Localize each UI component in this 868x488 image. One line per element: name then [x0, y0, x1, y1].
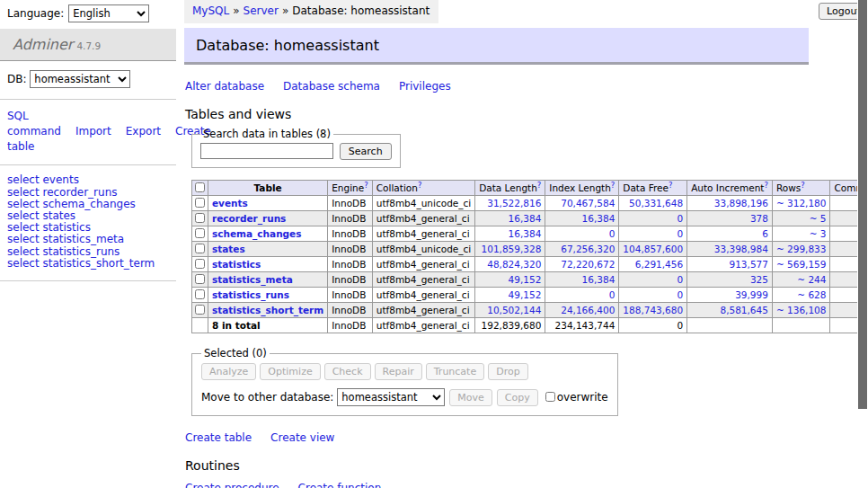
- select-all-checkbox[interactable]: [195, 182, 205, 192]
- analyze-button[interactable]: Analyze: [201, 363, 256, 380]
- data-length-value[interactable]: 31,522,816: [487, 198, 541, 209]
- data-length-value[interactable]: 48,824,320: [487, 259, 541, 270]
- help-icon[interactable]: ?: [418, 181, 422, 190]
- move-row: Move to other database:homeassistantMove…: [201, 388, 608, 406]
- table-link-statistics[interactable]: statistics: [212, 259, 261, 270]
- help-icon[interactable]: ?: [364, 181, 368, 190]
- data-free-value[interactable]: 0: [677, 213, 683, 224]
- db-select[interactable]: homeassistant: [30, 70, 130, 88]
- table-link-states[interactable]: states: [212, 244, 245, 254]
- auto-increment-value[interactable]: 33,398,984: [714, 244, 768, 254]
- auto-increment-value[interactable]: 378: [750, 213, 768, 224]
- auto-increment-value[interactable]: 8,581,645: [720, 305, 767, 315]
- data-length-value[interactable]: 49,152: [509, 289, 542, 300]
- index-length-value[interactable]: 0: [609, 228, 616, 239]
- auto-increment-value[interactable]: 6: [762, 228, 768, 239]
- data-free-value[interactable]: 50,331,648: [629, 198, 683, 209]
- rows-value[interactable]: ~ 136,108: [776, 305, 827, 315]
- rows-value[interactable]: ~ 628: [797, 289, 826, 300]
- auto-increment-value[interactable]: 39,999: [735, 289, 768, 300]
- overwrite-checkbox[interactable]: [545, 392, 555, 402]
- breadcrumb-link-server[interactable]: Server: [244, 4, 279, 17]
- index-length-value[interactable]: 67,256,320: [561, 244, 615, 254]
- help-icon[interactable]: ?: [611, 181, 616, 190]
- help-icon[interactable]: ?: [669, 181, 673, 190]
- rows-value[interactable]: ~ 299,833: [776, 244, 827, 254]
- index-length-value[interactable]: 16,384: [582, 274, 616, 285]
- index-length-value[interactable]: 24,166,400: [561, 305, 615, 315]
- sidebar-action-sql-command[interactable]: SQL command: [7, 110, 61, 138]
- breadcrumb-link-mysql[interactable]: MySQL: [192, 4, 229, 17]
- rows-value[interactable]: ~ 569,159: [776, 259, 827, 270]
- create-table-link[interactable]: Create table: [185, 431, 252, 444]
- drop-button[interactable]: Drop: [488, 363, 527, 380]
- table-link-statistics-meta[interactable]: statistics_meta: [212, 274, 293, 285]
- help-icon[interactable]: ?: [764, 181, 768, 190]
- row-checkbox[interactable]: [195, 259, 205, 269]
- check-button[interactable]: Check: [324, 363, 371, 380]
- sidebar-item-select-statistics-runs[interactable]: select statistics_runs: [7, 246, 169, 258]
- data-free-value[interactable]: 188,743,680: [623, 305, 683, 315]
- scrollbar-track[interactable]: [857, 0, 868, 488]
- database-schema-link[interactable]: Database schema: [283, 80, 380, 93]
- table-link-statistics-short-term[interactable]: statistics_short_term: [212, 305, 323, 315]
- tables-table: TableEngine?Collation?Data Length?Index …: [191, 180, 868, 333]
- data-length-value[interactable]: 101,859,328: [482, 244, 542, 254]
- table-link-events[interactable]: events: [212, 198, 248, 209]
- repair-button[interactable]: Repair: [375, 363, 422, 380]
- auto-increment-value[interactable]: 33,898,196: [714, 198, 768, 209]
- index-length-value[interactable]: 0: [609, 289, 616, 300]
- data-length-value[interactable]: 49,152: [509, 274, 542, 285]
- rows-value[interactable]: ~ 3: [810, 228, 827, 239]
- data-free-value[interactable]: 104,857,600: [623, 244, 683, 254]
- data-free-value[interactable]: 0: [677, 274, 683, 285]
- auto-increment-value[interactable]: 325: [750, 274, 768, 285]
- data-free-value[interactable]: 0: [677, 289, 683, 300]
- table-link-schema-changes[interactable]: schema_changes: [212, 228, 302, 239]
- search-input[interactable]: [200, 143, 333, 159]
- search-button[interactable]: Search: [340, 143, 392, 160]
- privileges-link[interactable]: Privileges: [399, 80, 451, 93]
- sidebar-item-select-events[interactable]: select events: [7, 174, 169, 186]
- index-length-value[interactable]: 16,384: [582, 213, 616, 224]
- row-checkbox[interactable]: [195, 274, 205, 284]
- sidebar-action-import[interactable]: Import: [75, 125, 111, 138]
- row-checkbox[interactable]: [195, 198, 205, 208]
- copy-button[interactable]: Copy: [497, 389, 538, 406]
- index-length-value[interactable]: 72,220,672: [561, 259, 615, 270]
- auto-increment-value[interactable]: 913,577: [730, 259, 768, 270]
- data-length-value[interactable]: 16,384: [509, 228, 542, 239]
- data-free-value[interactable]: 0: [677, 228, 683, 239]
- sidebar-item-select-statistics-short-term[interactable]: select statistics_short_term: [7, 258, 169, 270]
- move-db-select[interactable]: homeassistant: [337, 388, 445, 406]
- help-icon[interactable]: ?: [801, 181, 805, 190]
- alter-database-link[interactable]: Alter database: [185, 80, 264, 93]
- row-checkbox[interactable]: [195, 244, 205, 253]
- sidebar-item-select-recorder-runs[interactable]: select recorder_runs: [7, 187, 169, 199]
- sidebar-action-export[interactable]: Export: [126, 125, 161, 138]
- truncate-button[interactable]: Truncate: [426, 363, 484, 380]
- create-function-link[interactable]: Create function: [298, 482, 382, 488]
- data-length-value[interactable]: 10,502,144: [487, 305, 541, 315]
- rows-value[interactable]: ~ 244: [797, 274, 826, 285]
- table-link-recorder-runs[interactable]: recorder_runs: [212, 213, 286, 224]
- row-checkbox[interactable]: [195, 289, 205, 299]
- help-icon[interactable]: ?: [537, 181, 542, 190]
- optimize-button[interactable]: Optimize: [260, 363, 320, 380]
- data-length-value[interactable]: 16,384: [509, 213, 542, 224]
- index-length-value[interactable]: 70,467,584: [561, 198, 615, 209]
- language-select[interactable]: English: [68, 4, 149, 22]
- scrollbar-thumb[interactable]: [858, 0, 867, 409]
- create-procedure-link[interactable]: Create procedure: [185, 482, 279, 488]
- table-link-statistics-runs[interactable]: statistics_runs: [212, 289, 289, 300]
- row-checkbox[interactable]: [195, 228, 205, 238]
- move-button[interactable]: Move: [449, 389, 492, 406]
- select-all-header-cell: [192, 181, 208, 196]
- rows-value[interactable]: ~ 5: [810, 213, 827, 224]
- row-checkbox[interactable]: [195, 213, 205, 223]
- create-view-link[interactable]: Create view: [270, 431, 334, 444]
- sidebar-item-select-statistics-meta[interactable]: select statistics_meta: [7, 234, 169, 245]
- rows-value[interactable]: ~ 312,180: [776, 198, 827, 209]
- row-checkbox[interactable]: [195, 305, 205, 315]
- data-free-value[interactable]: 6,291,456: [635, 259, 683, 270]
